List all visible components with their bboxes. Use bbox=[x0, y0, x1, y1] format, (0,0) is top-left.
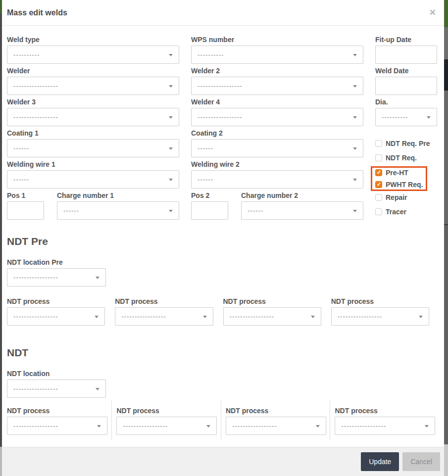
modal-footer: Update Cancel bbox=[2, 447, 444, 476]
field-welder-4: Welder 4 ----------------- bbox=[191, 98, 363, 126]
cancel-button[interactable]: Cancel bbox=[402, 452, 440, 471]
chevron-down-icon bbox=[419, 316, 423, 318]
ndt-process-label: NDT process bbox=[7, 297, 105, 305]
ndt-process-label: NDT process bbox=[331, 297, 429, 305]
ndt-process-3-select[interactable]: ----------------- bbox=[226, 417, 326, 435]
ndt-location-pre-label: NDT location Pre bbox=[7, 258, 439, 266]
weld-date-input[interactable] bbox=[375, 77, 437, 95]
chevron-down-icon bbox=[95, 316, 99, 318]
field-pos-charge-1: Pos 1 Charge number 1 ------ bbox=[7, 191, 179, 220]
charge-number-1-select[interactable]: ------ bbox=[57, 201, 179, 220]
ndt-process-row: NDT process ----------------- NDT proces… bbox=[7, 401, 439, 440]
field-weld-type: Weld type ---------- bbox=[7, 36, 179, 64]
field-fit-up-date: Fit-up Date bbox=[375, 36, 439, 64]
checkbox-tracer[interactable] bbox=[375, 208, 382, 215]
field-welder: Welder ----------------- bbox=[7, 67, 179, 95]
welding-wire-2-select[interactable]: ------ bbox=[191, 170, 363, 189]
welding-wire-2-label: Welding wire 2 bbox=[191, 160, 363, 168]
modal-body: Weld type ---------- WPS number --------… bbox=[2, 26, 444, 447]
checkbox-row-ndt-req-pre: NDT Req. Pre bbox=[375, 140, 439, 147]
page: Mass edit welds ✕ Weld type ---------- W… bbox=[0, 0, 448, 476]
welder-3-select[interactable]: ----------------- bbox=[7, 108, 179, 126]
field-ndt-process-3: NDT process ----------------- bbox=[226, 407, 330, 435]
chevron-down-icon bbox=[96, 277, 100, 279]
chevron-down-icon bbox=[169, 147, 173, 150]
welder-2-label: Welder 2 bbox=[191, 67, 363, 75]
welder-3-label: Welder 3 bbox=[7, 98, 179, 106]
wps-number-label: WPS number bbox=[191, 36, 363, 44]
chevron-down-icon bbox=[311, 316, 315, 318]
chevron-down-icon bbox=[425, 425, 429, 428]
field-ndt-pre-process-3: NDT process ----------------- bbox=[223, 297, 321, 326]
close-icon[interactable]: ✕ bbox=[429, 8, 436, 17]
ndt-process-col-3: NDT process ----------------- bbox=[221, 401, 330, 440]
welding-wire-1-select[interactable]: ------ bbox=[7, 170, 179, 189]
checkbox-repair[interactable] bbox=[375, 194, 382, 201]
chevron-down-icon bbox=[353, 116, 357, 119]
pos-1-input[interactable] bbox=[7, 201, 44, 220]
checkbox-ndt-req-pre[interactable] bbox=[375, 140, 382, 147]
ndt-process-4-select[interactable]: ----------------- bbox=[335, 417, 435, 435]
ndt-process-label: NDT process bbox=[116, 407, 221, 415]
ndt-process-label: NDT process bbox=[335, 407, 439, 415]
main-form-grid: Weld type ---------- WPS number --------… bbox=[7, 36, 439, 223]
chevron-down-icon bbox=[353, 54, 357, 56]
checkbox-ndt-req[interactable] bbox=[375, 154, 382, 161]
ndt-process-col-2: NDT process ----------------- bbox=[111, 401, 221, 440]
modal-title: Mass edit welds bbox=[7, 8, 67, 17]
field-weld-date: Weld Date bbox=[375, 67, 439, 95]
pos-2-label: Pos 2 bbox=[191, 191, 228, 199]
modal-header: Mass edit welds ✕ bbox=[2, 0, 444, 26]
charge-number-2-select[interactable]: ------ bbox=[241, 201, 363, 220]
ndt-location-pre-select[interactable]: ----------------- bbox=[7, 268, 106, 286]
ndt-location-label: NDT location bbox=[7, 370, 439, 378]
ndt-process-1-select[interactable]: ----------------- bbox=[7, 417, 107, 435]
field-ndt-pre-process-2: NDT process ----------------- bbox=[115, 297, 213, 326]
chevron-down-icon bbox=[169, 85, 173, 88]
welding-wire-1-label: Welding wire 1 bbox=[7, 160, 179, 168]
field-coating-1: Coating 1 ------ bbox=[7, 129, 179, 157]
coating-1-select[interactable]: ------ bbox=[7, 139, 179, 157]
ndt-section-heading: NDT bbox=[7, 347, 439, 359]
ndt-pre-process-1-select[interactable]: ----------------- bbox=[7, 307, 105, 326]
update-button[interactable]: Update bbox=[361, 452, 399, 471]
chevron-down-icon bbox=[353, 210, 357, 212]
field-ndt-process-2: NDT process ----------------- bbox=[116, 407, 221, 435]
chevron-down-icon bbox=[427, 116, 431, 119]
ndt-pre-process-4-select[interactable]: ----------------- bbox=[331, 307, 429, 326]
chevron-down-icon bbox=[169, 179, 173, 181]
welder-select[interactable]: ----------------- bbox=[7, 77, 179, 95]
ndt-pre-section-heading: NDT Pre bbox=[7, 236, 439, 247]
mass-edit-welds-modal: Mass edit welds ✕ Weld type ---------- W… bbox=[2, 0, 444, 476]
ndt-process-col-4: NDT process ----------------- bbox=[330, 401, 439, 440]
chevron-down-icon bbox=[97, 425, 101, 428]
dia-select[interactable]: ---------- bbox=[375, 108, 437, 126]
welder-2-select[interactable]: ----------------- bbox=[191, 77, 363, 95]
field-ndt-location-pre: NDT location Pre ----------------- bbox=[7, 258, 439, 286]
chevron-down-icon bbox=[203, 316, 207, 318]
ndt-location-select[interactable]: ----------------- bbox=[7, 380, 106, 398]
chevron-down-icon bbox=[169, 210, 173, 212]
fit-up-date-input[interactable] bbox=[375, 46, 437, 64]
welder-4-select[interactable]: ----------------- bbox=[191, 108, 363, 126]
chevron-down-icon bbox=[353, 147, 357, 150]
wps-number-select[interactable]: ---------- bbox=[191, 46, 363, 64]
pos-2-input[interactable] bbox=[191, 201, 228, 220]
chevron-down-icon bbox=[353, 85, 357, 88]
checkbox-pwht-req[interactable] bbox=[375, 181, 382, 188]
ndt-process-2-select[interactable]: ----------------- bbox=[116, 417, 217, 435]
field-coating-2: Coating 2 ------ bbox=[191, 129, 363, 157]
chevron-down-icon bbox=[206, 425, 210, 428]
field-welder-3: Welder 3 ----------------- bbox=[7, 98, 179, 126]
coating-2-select[interactable]: ------ bbox=[191, 139, 363, 157]
checkbox-pre-ht[interactable] bbox=[375, 169, 382, 176]
ndt-pre-process-2-select[interactable]: ----------------- bbox=[115, 307, 213, 326]
checkbox-row-ndt-req: NDT Req. bbox=[375, 154, 439, 161]
background-page-right-edge bbox=[444, 0, 448, 476]
chevron-down-icon bbox=[169, 54, 173, 56]
weld-date-label: Weld Date bbox=[375, 67, 439, 75]
field-pos-charge-2: Pos 2 Charge number 2 ------ bbox=[191, 191, 363, 220]
charge-number-2-label: Charge number 2 bbox=[241, 191, 363, 199]
ndt-pre-process-3-select[interactable]: ----------------- bbox=[223, 307, 321, 326]
weld-type-select[interactable]: ---------- bbox=[7, 46, 179, 64]
